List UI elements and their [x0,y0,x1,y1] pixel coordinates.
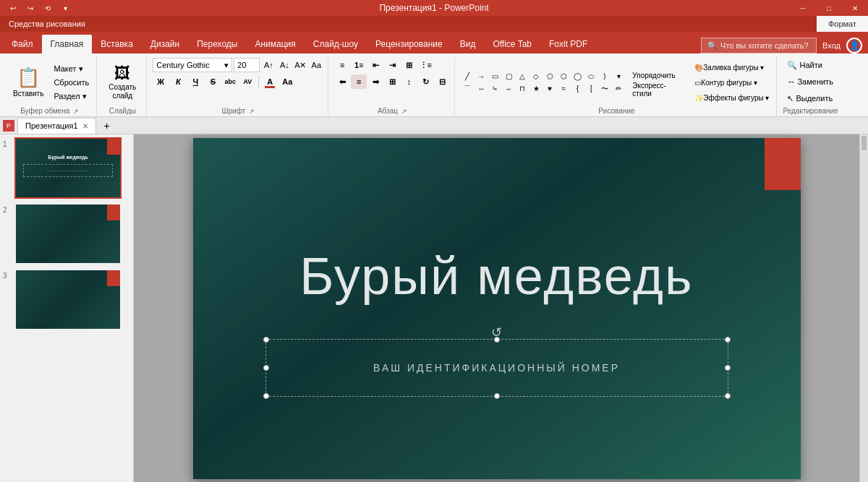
text-direction-button[interactable]: ↻ [417,74,433,89]
font-color-button[interactable]: A [262,74,278,89]
shape-process[interactable]: ⊓ [516,83,529,95]
shape-chevron[interactable]: ⟩ [598,71,611,82]
handle-ml[interactable] [263,365,269,371]
underline-button[interactable]: Ч [187,74,203,89]
superscript-button[interactable]: AV [239,74,255,89]
highlight-button[interactable]: Аа [279,74,295,89]
strikethrough-button[interactable]: S [205,74,221,89]
effects-button[interactable]: ✨ Эффекты фигуры ▾ [692,91,772,104]
qat-more[interactable]: ▾ [58,0,72,16]
qat-undo[interactable]: ↩ [6,0,20,16]
shape-star[interactable]: ★ [529,83,542,95]
tab-home[interactable]: Главная [42,35,93,53]
handle-bm[interactable] [494,393,500,399]
tab-insert[interactable]: Вставка [92,35,142,53]
slide-preview-3[interactable] [14,269,122,330]
decrease-font-button[interactable]: A↓ [277,58,292,72]
select-button[interactable]: ↖ Выделить [783,91,837,106]
handle-br[interactable] [725,393,731,399]
decrease-indent-button[interactable]: ⇤ [367,58,383,72]
canvas-subtitle-text[interactable]: ВАШ ИДЕНТИФИКАЦИОННЫЙ НОМЕР [373,362,620,374]
user-icon[interactable]: 👤 [846,38,862,53]
handle-tl[interactable] [263,337,269,343]
shape-freeform[interactable]: ✏ [612,83,625,95]
font-name-selector[interactable]: Century Gothic ▾ [153,58,232,72]
tab-slideshow[interactable]: Слайд-шоу [305,35,367,53]
shape-pentagon[interactable]: ⬠ [543,71,556,82]
layout-button[interactable]: Макет ▾ [51,62,92,75]
section-button[interactable]: Раздел ▾ [51,90,92,103]
bold-button[interactable]: Ж [153,74,169,89]
handle-mr[interactable] [725,365,731,371]
paragraph-dialog-launcher[interactable]: ↗ [401,108,407,115]
canvas-main-title[interactable]: Бурый медведь [193,246,801,306]
handle-tr[interactable] [725,337,731,343]
columns-button[interactable]: ⊞ [401,58,417,72]
shape-round-rect[interactable]: ▢ [502,71,515,82]
slide-thumb-3[interactable]: 3 [3,269,130,330]
outline-button[interactable]: ▭ Контур фигуры ▾ [692,76,772,89]
shape-line[interactable]: ╱ [461,71,474,82]
tab-animations[interactable]: Анимация [246,35,304,53]
shape-oval[interactable]: ⬭ [584,71,597,82]
canvas-text-box[interactable]: ВАШ ИДЕНТИФИКАЦИОННЫЙ НОМЕР [265,339,728,397]
styles-button[interactable]: Экспресс-стили [629,83,687,96]
shape-bracket[interactable]: [ [584,83,597,95]
align-left-button[interactable]: ⬅ [334,74,350,89]
clipboard-dialog-launcher[interactable]: ↗ [73,108,79,115]
tab-foxitpdf[interactable]: Foxit PDF [540,35,596,53]
shape-wave[interactable]: ≈ [557,83,570,95]
increase-indent-button[interactable]: ⇥ [384,58,400,72]
arrange-button[interactable]: Упорядочить [629,69,687,82]
text-case-button[interactable]: Aa [309,58,323,72]
shape-arrow-right[interactable]: → [475,71,488,82]
handle-tm[interactable] [494,337,500,343]
slide-preview-2[interactable] [14,203,122,264]
shape-circle[interactable]: ◯ [571,71,584,82]
bullets-button[interactable]: ≡ [334,58,350,72]
shape-arc[interactable]: ⌒ [461,83,474,95]
line-spacing-button[interactable]: ↕ [401,74,417,89]
qat-redo[interactable]: ↪ [23,0,38,16]
shape-heart[interactable]: ♥ [543,83,556,95]
doc-tab-close-btn[interactable]: ✕ [82,122,88,130]
shape-double-arrow[interactable]: ↔ [475,83,488,95]
shape-triangle[interactable]: △ [516,71,529,82]
qat-refresh[interactable]: ⟲ [41,0,55,16]
shape-curved-arrow[interactable]: ⤷ [488,83,501,95]
italic-button[interactable]: К [170,74,186,89]
doc-tab-presentation1[interactable]: Презентация1 ✕ [17,118,96,134]
align-right-button[interactable]: ➡ [367,74,383,89]
format-context-tab[interactable]: Формат [817,16,868,32]
slide-thumb-1[interactable]: 1 Бурый медведь —————————— [3,137,130,199]
replace-button[interactable]: ↔ Заменить [783,74,837,89]
paste-button[interactable]: 📋 Вставить [7,61,49,104]
tab-design[interactable]: Дизайн [142,35,188,53]
subscript-button[interactable]: abc [222,74,238,89]
numbering-button[interactable]: 1≡ [351,58,367,72]
slide-canvas[interactable]: Бурый медведь ↺ ВАШ ИДЕНТИФИКАЦИОННЫЙ НО… [193,138,801,479]
close-btn[interactable]: ✕ [842,0,868,16]
shape-squiggle[interactable]: 〜 [598,83,611,95]
shape-rect[interactable]: ▭ [488,71,501,82]
handle-bl[interactable] [263,393,269,399]
shape-callout-curve[interactable]: ⌣ [502,83,515,95]
tab-file[interactable]: Файл [3,35,42,53]
shape-brace[interactable]: { [571,83,584,95]
shape-more[interactable]: ▾ [612,71,625,82]
minimize-btn[interactable]: ─ [790,0,816,16]
font-size-selector[interactable]: 20 [234,58,260,72]
slide-thumb-2[interactable]: 2 [3,203,130,264]
find-button[interactable]: 🔍 Найти [783,58,826,72]
maximize-btn[interactable]: □ [816,0,842,16]
scrollbar-thumb[interactable] [861,136,867,150]
login-area[interactable]: Вход [822,41,841,50]
smart-art-button[interactable]: ⋮≡ [417,58,433,72]
new-slide-button[interactable]: 🖼 Создатьслайд [103,61,142,104]
ribbon-search-box[interactable]: 🔍 Что вы хотите сделать? [701,38,817,53]
slide-preview-1[interactable]: Бурый медведь —————————— [14,137,122,199]
new-doc-tab-btn[interactable]: + [99,118,115,134]
fill-button[interactable]: 🎨 Заливка фигуры ▾ [692,61,772,74]
vertical-scrollbar[interactable] [859,134,868,482]
increase-font-button[interactable]: A↑ [261,58,276,72]
